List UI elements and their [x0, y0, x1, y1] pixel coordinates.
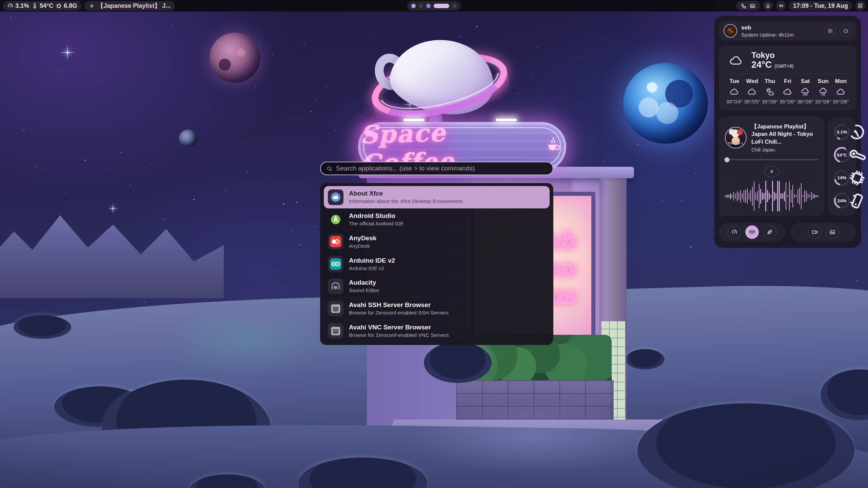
videocam-icon [811, 229, 818, 236]
speedometer-icon [731, 229, 738, 236]
weather-widget: Tokyo 24°C (GMT+9) Tue33°/24°Wed35°/25°T… [719, 46, 856, 110]
gauge-disk-badge [846, 189, 853, 197]
user-name: seb [741, 24, 794, 31]
app-item-arduino-ide-v2[interactable]: Arduino IDE v2Arduino IDE v2 [324, 253, 550, 275]
weather-cloud-icon [729, 87, 739, 97]
forecast-temps: 33°/26° [815, 99, 831, 104]
play-pause-button[interactable] [764, 166, 779, 177]
app-description: Arduino IDE v2 [349, 265, 395, 271]
scales-icon [749, 229, 755, 236]
app-launcher-search[interactable] [320, 162, 553, 175]
forecast-temps: 33°/24° [726, 99, 743, 104]
app-item-audacity[interactable]: AudacitySound Editor [324, 275, 550, 298]
workspace-dot-2[interactable] [419, 4, 423, 8]
system-stats-pill[interactable]: 3.1%54°C6.8G [3, 1, 81, 11]
forecast-day-sat: Sat36°/26° [796, 78, 814, 104]
weather-cloud-icon [836, 87, 846, 97]
top-bar: 3.1%54°C6.8G 【Japanese Playlist】 J... 17… [0, 0, 868, 12]
speedometer-icon [847, 122, 852, 127]
app-title: AnyDesk [349, 235, 376, 242]
weather-storm-icon [818, 87, 828, 97]
thermometer-icon [847, 145, 852, 150]
app-item-about-xfce[interactable]: About XfceInformation about the Xfce Des… [324, 186, 550, 208]
gauge-chip-badge [846, 167, 853, 174]
audacity-app-icon [328, 279, 343, 294]
tray-pill[interactable] [736, 1, 760, 11]
cloud-icon [726, 53, 746, 68]
speedometer-button[interactable] [728, 225, 741, 239]
forecast-day-tue: Tue33°/24° [726, 78, 743, 104]
track-title: 【Japanese Playlist】 Japan All Night - To… [751, 123, 818, 145]
album-art[interactable]: TOKYO L [725, 127, 747, 148]
gauge-speedometer-badge [846, 121, 853, 128]
weather-suncloud-icon [765, 87, 775, 97]
search-input[interactable] [336, 165, 547, 172]
forecast-temps: 33°/26° [762, 99, 778, 104]
gear-icon [827, 28, 833, 34]
workspace-dot-3[interactable] [426, 4, 431, 8]
forecast-day-mon: Mon33°/26° [832, 78, 850, 104]
weather-city: Tokyo [751, 51, 794, 60]
app-description: Information about the Xfce Desktop Envir… [349, 198, 462, 204]
avatar[interactable] [724, 24, 737, 38]
gauge-speedometer: 3.1% [832, 122, 852, 142]
chip-icon [847, 168, 852, 172]
app-item-android-studio[interactable]: Android StudioThe official Android IDE [324, 208, 550, 231]
system-gauges: 3.1%54°C14%24% [828, 117, 856, 216]
forecast-temps: 35°/26° [780, 99, 796, 104]
media-pill[interactable]: 【Japanese Playlist】 J... [84, 1, 175, 11]
forecast-day-fri: Fri35°/26° [779, 78, 796, 104]
gauge-disk: 24% [832, 191, 852, 210]
stat-value: 6.8G [64, 2, 77, 9]
notifications-button[interactable] [763, 1, 773, 11]
workspace-switcher[interactable] [407, 1, 461, 11]
seek-bar[interactable] [725, 158, 818, 162]
seek-knob[interactable] [724, 157, 729, 162]
leaf-button[interactable] [763, 225, 776, 239]
forecast-day-sun: Sun33°/26° [814, 78, 832, 104]
forecast-day-name: Sat [801, 78, 810, 85]
app-title: Avahi VNC Server Browser [349, 324, 449, 331]
volume-button[interactable] [776, 1, 786, 11]
app-title: Android Studio [349, 212, 404, 220]
forecast-day-name: Fri [784, 78, 791, 85]
app-item-avahi-vnc-server-browser[interactable]: Avahi VNC Server BrowserBrowse for Zeroc… [324, 320, 550, 342]
speaker-icon [778, 3, 784, 9]
xfce-app-icon [328, 189, 343, 205]
workspace-dot-4[interactable] [434, 4, 449, 8]
app-description: The official Android IDE [349, 221, 404, 227]
speedometer-icon [7, 3, 14, 9]
gauge-thermometer-badge [846, 144, 853, 151]
leaf-icon [766, 229, 773, 236]
clock[interactable]: 17:09 - Tue, 19 Aug [789, 1, 852, 11]
forecast-day-name: Thu [765, 78, 775, 85]
clock-label: 17:09 - Tue, 19 Aug [793, 2, 848, 9]
workspace-dot-1[interactable] [411, 4, 416, 8]
avahi-app-icon [328, 301, 343, 316]
weather-cloud-icon [747, 87, 757, 97]
apps-grid-icon [857, 3, 863, 9]
picture-icon [829, 229, 836, 236]
gauge-thermometer: 54°C [832, 145, 852, 165]
stat-chip: 6.8G [56, 2, 77, 9]
app-description: Browse for Zeroconf-enabled VNC Servers [349, 332, 449, 338]
audio-visualizer [725, 181, 818, 211]
app-grid-button[interactable] [855, 1, 865, 11]
arduino-app-icon [328, 256, 343, 272]
scales-button[interactable] [745, 225, 759, 239]
weather-timezone: (GMT+9) [774, 63, 793, 69]
quick-actions-right [791, 223, 856, 242]
picture-icon [749, 3, 756, 9]
track-subtitle: Chill Japan. [751, 147, 818, 152]
power-button[interactable] [840, 25, 852, 37]
app-title: Arduino IDE v2 [349, 257, 395, 264]
workspace-dot-5[interactable] [452, 4, 457, 8]
picture-button[interactable] [826, 225, 839, 239]
settings-button[interactable] [824, 25, 836, 37]
weather-cloud-icon [783, 87, 793, 97]
app-item-anydesk[interactable]: AnyDeskAnyDesk [324, 230, 550, 253]
app-description: Sound Editor [349, 287, 379, 293]
app-item-avahi-ssh-server-browser[interactable]: Avahi SSH Server BrowserBrowse for Zeroc… [324, 298, 550, 320]
videocam-button[interactable] [808, 225, 822, 239]
stat-speedometer: 3.1% [7, 2, 29, 9]
